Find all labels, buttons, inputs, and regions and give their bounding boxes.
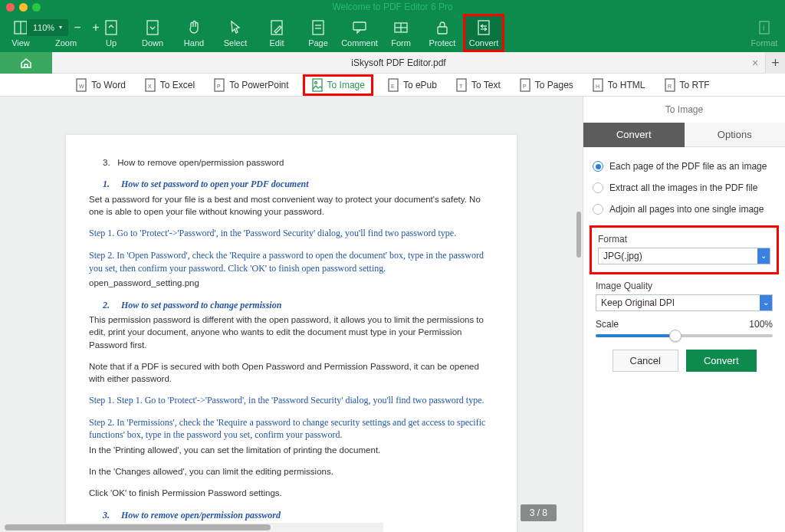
section-1-title: 1. How to set password to open your PDF …	[103, 178, 494, 191]
chevron-down-icon	[760, 295, 772, 310]
svg-rect-8	[353, 22, 366, 30]
svg-text:H: H	[596, 84, 599, 89]
svg-rect-13	[478, 21, 489, 34]
word-icon: W	[75, 78, 87, 92]
to-epub-button[interactable]: E To ePub	[383, 75, 442, 95]
scale-label: Scale	[596, 319, 619, 330]
svg-rect-24	[313, 79, 322, 91]
hand-button[interactable]: Hand	[173, 14, 215, 52]
pdf-page: 3. How to remove open/permission passwor…	[66, 135, 517, 532]
horizontal-scrollbar-thumb[interactable]	[5, 524, 271, 530]
tab-convert[interactable]: Convert	[583, 123, 685, 147]
svg-text:X: X	[148, 84, 152, 89]
zoom-dropdown[interactable]: 110%	[27, 19, 68, 36]
text-icon: T	[455, 78, 468, 92]
to-html-button[interactable]: H To HTML	[587, 75, 650, 95]
page-number-indicator: 3 / 8	[521, 504, 557, 521]
quality-dropdown[interactable]: Keep Original DPI	[596, 294, 773, 311]
window-title: Welcome to PDF Editor 6 Pro	[0, 2, 785, 12]
svg-text:W: W	[79, 84, 84, 89]
svg-text:i: i	[763, 24, 764, 32]
to-powerpoint-button[interactable]: P To PowerPoint	[209, 75, 293, 95]
html-icon: H	[592, 78, 604, 92]
form-icon	[392, 19, 409, 36]
side-panel-tabs: Convert Options	[583, 123, 785, 147]
radio-icon	[593, 161, 603, 172]
svg-rect-12	[438, 27, 447, 34]
section-2-title: 2. How to set password to change permiss…	[103, 299, 494, 312]
image-icon	[311, 78, 324, 92]
body-text: Note that if a PDF is secured with both …	[89, 360, 494, 385]
convert-action-button[interactable]: Convert	[686, 350, 757, 372]
comment-icon	[351, 19, 368, 36]
down-button[interactable]: Down	[132, 14, 173, 52]
format-label: Format	[598, 234, 770, 245]
hand-icon	[186, 19, 202, 36]
convert-side-panel: To Image Convert Options Each page of th…	[583, 97, 785, 532]
edit-button[interactable]: Edit	[256, 14, 297, 52]
home-icon	[19, 56, 33, 70]
protect-button[interactable]: Protect	[422, 14, 463, 52]
zoom-out-button[interactable]: −	[68, 21, 87, 34]
format-dropdown[interactable]: JPG(.jpg)	[598, 248, 770, 264]
vertical-scrollbar-thumb[interactable]	[576, 212, 581, 258]
window-titlebar: Welcome to PDF Editor 6 Pro	[0, 0, 785, 14]
horizontal-scrollbar[interactable]	[3, 523, 383, 532]
format-icon: i	[756, 19, 773, 36]
radio-icon	[593, 182, 603, 193]
document-viewport[interactable]: 3. How to remove open/permission passwor…	[0, 97, 583, 532]
page-button[interactable]: Page	[297, 14, 339, 52]
slider-knob[interactable]	[669, 330, 682, 342]
comment-button[interactable]: Comment	[339, 14, 380, 52]
page-down-icon	[144, 19, 161, 36]
lock-icon	[434, 19, 451, 36]
svg-rect-3	[147, 21, 158, 34]
main-toolbar: View 110% − + Zoom Up Down Hand Select E…	[0, 14, 785, 52]
tab-options[interactable]: Options	[685, 123, 786, 147]
select-button[interactable]: Select	[215, 14, 256, 52]
edit-icon	[268, 19, 285, 36]
svg-text:P: P	[523, 84, 527, 89]
body-text: Set a password for your file is a best a…	[89, 193, 494, 218]
slider-track	[596, 334, 675, 337]
step-text: Step 2. In 'Open Password', check the 'R…	[89, 249, 494, 275]
svg-rect-2	[106, 21, 117, 34]
to-pages-button[interactable]: P To Pages	[514, 75, 578, 95]
close-tab-button[interactable]: ×	[745, 57, 765, 69]
body-text: This permission password is different wi…	[89, 314, 494, 350]
excel-icon: X	[144, 78, 156, 92]
document-tab[interactable]: iSkysoft PDF Editor.pdf	[52, 57, 745, 68]
image-quality-group: Image Quality Keep Original DPI	[596, 281, 773, 311]
step-text: Step 1. Go to 'Protect'->'Password', in …	[89, 227, 494, 240]
format-button[interactable]: i Format	[744, 14, 785, 52]
up-button[interactable]: Up	[90, 14, 132, 52]
radio-each-page[interactable]: Each page of the PDF file as an image	[593, 161, 776, 172]
radio-adjoin-pages[interactable]: Adjoin all pages into one single image	[593, 204, 776, 215]
to-excel-button[interactable]: X To Excel	[140, 75, 199, 95]
svg-text:R: R	[668, 84, 672, 89]
pages-icon: P	[519, 78, 531, 92]
to-word-button[interactable]: W To Word	[71, 75, 130, 95]
epub-icon: E	[387, 78, 399, 92]
form-button[interactable]: Form	[380, 14, 422, 52]
to-image-button[interactable]: To Image	[303, 74, 373, 96]
add-tab-button[interactable]: +	[765, 52, 785, 74]
step-text: Step 2. In 'Permissions', check the 'Req…	[89, 416, 494, 442]
convert-button[interactable]: Convert	[463, 14, 504, 52]
to-text-button[interactable]: T To Text	[451, 75, 505, 95]
action-buttons: Cancel Convert	[593, 350, 776, 372]
ppt-icon: P	[213, 78, 225, 92]
svg-text:E: E	[391, 84, 395, 89]
home-tab[interactable]	[0, 52, 52, 74]
page-icon	[310, 19, 327, 36]
to-rtf-button[interactable]: R To RTF	[659, 75, 714, 95]
scale-slider[interactable]	[596, 334, 773, 337]
cancel-button[interactable]: Cancel	[613, 350, 678, 372]
document-tab-bar: iSkysoft PDF Editor.pdf × +	[0, 52, 785, 74]
radio-extract-images[interactable]: Extract all the images in the PDF file	[593, 182, 776, 193]
side-panel-title: To Image	[583, 97, 785, 123]
svg-text:P: P	[217, 84, 221, 89]
side-panel-body: Each page of the PDF file as an image Ex…	[583, 147, 785, 386]
toc-item: 3. How to remove open/permission passwor…	[103, 156, 494, 169]
svg-rect-5	[313, 21, 324, 34]
